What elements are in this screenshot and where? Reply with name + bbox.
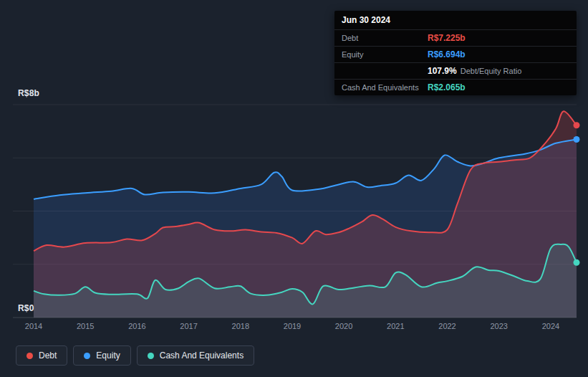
tooltip-equity-label: Equity [342, 50, 428, 59]
tooltip-debt-label: Debt [342, 34, 428, 42]
equity-end-dot [574, 136, 580, 143]
cash-and-equivalents-end-dot [574, 259, 580, 266]
x-axis-label-2015: 2015 [77, 322, 94, 330]
debt-equity-history-panel: R$8b R$0 2014201520162017201820192020202… [0, 0, 588, 377]
x-axis-label-2014: 2014 [25, 322, 42, 330]
tooltip-debt-value: R$7.225b [428, 33, 466, 43]
x-axis-label-2017: 2017 [180, 322, 197, 330]
y-axis-max-label: R$8b [18, 88, 39, 98]
tooltip-equity-value: R$6.694b [428, 49, 466, 59]
x-axis-label-2024: 2024 [542, 322, 559, 330]
tooltip-cash-label: Cash And Equivalents [342, 83, 428, 92]
x-axis-label-2016: 2016 [128, 322, 145, 330]
legend-item-debt[interactable]: Debt [16, 345, 67, 366]
tooltip-date: Jun 30 2024 [334, 11, 577, 29]
tooltip-ratio-label: Debt/Equity Ratio [461, 67, 522, 75]
tooltip-cash-row: Cash And Equivalents R$2.065b [334, 79, 577, 95]
x-axis-label-2023: 2023 [490, 322, 507, 330]
tooltip-equity-row: Equity R$6.694b [334, 46, 577, 62]
legend-item-cash-and-equivalents[interactable]: Cash And Equivalents [137, 345, 254, 366]
equity-legend-dot-icon [84, 353, 90, 359]
legend-label: Cash And Equivalents [160, 350, 244, 361]
tooltip-ratio-text: 107.9%Debt/Equity Ratio [428, 66, 521, 76]
x-axis: 2014201520162017201820192020202120222023… [13, 322, 577, 333]
tooltip-ratio-row: 107.9%Debt/Equity Ratio [334, 62, 577, 79]
debt-end-dot [574, 122, 580, 128]
chart-legend: DebtEquityCash And Equivalents [16, 345, 254, 366]
x-axis-label-2018: 2018 [232, 322, 249, 330]
date-tooltip: Jun 30 2024 Debt R$7.225b Equity R$6.694… [334, 11, 577, 95]
legend-item-equity[interactable]: Equity [73, 345, 130, 366]
legend-label: Equity [96, 350, 120, 361]
chart-area[interactable] [13, 105, 577, 318]
x-axis-label-2021: 2021 [387, 322, 404, 330]
cash-and-equivalents-legend-dot-icon [148, 353, 154, 359]
x-axis-label-2022: 2022 [438, 322, 456, 330]
tooltip-cash-value: R$2.065b [428, 82, 466, 92]
tooltip-ratio-value: 107.9% [428, 66, 457, 76]
x-axis-label-2020: 2020 [335, 322, 352, 330]
x-axis-label-2019: 2019 [284, 322, 301, 330]
legend-label: Debt [39, 350, 57, 361]
debt-legend-dot-icon [26, 353, 33, 359]
tooltip-debt-row: Debt R$7.225b [334, 29, 577, 46]
